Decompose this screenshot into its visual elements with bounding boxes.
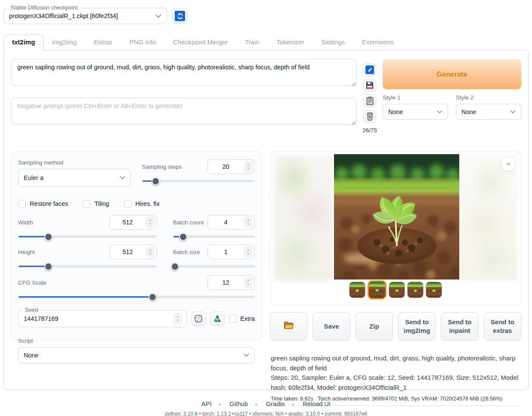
send-to-img2img-button[interactable]: Send to img2img: [398, 312, 436, 341]
checkpoint-value: protogenX34OfficialR_1.ckpt [60fe2f34]: [9, 12, 155, 19]
slider-thumb[interactable]: [171, 262, 179, 270]
tab-extensions[interactable]: Extensions: [353, 34, 402, 50]
send-to-inpaint-button[interactable]: Send to inpaint: [441, 312, 478, 341]
tab-img2img[interactable]: img2img: [43, 34, 85, 50]
stepper-arrows[interactable]: ˄˅: [145, 246, 155, 258]
tab-extras[interactable]: Extras: [85, 34, 121, 50]
cfg-scale-input[interactable]: 12˄˅: [207, 275, 255, 290]
thumbnail-1[interactable]: [349, 282, 365, 298]
save-button[interactable]: Save: [312, 312, 350, 341]
sprout-icon: [412, 288, 418, 292]
batch-count-input[interactable]: 4˄˅: [207, 215, 255, 230]
refresh-icon: [175, 11, 185, 21]
prompt-input[interactable]: green sapling rowing out of ground, mud,…: [11, 59, 357, 86]
negative-prompt-input[interactable]: [11, 98, 357, 124]
gallery-peek-next: [459, 155, 517, 281]
random-seed-button[interactable]: [191, 311, 206, 326]
style1-dropdown[interactable]: None: [383, 104, 448, 120]
thumbnail-3[interactable]: [389, 282, 405, 298]
stepper-arrows[interactable]: ˄˅: [145, 217, 155, 228]
generation-info-params: Steps: 20, Sampler: Euler a, CFG scale: …: [271, 373, 520, 392]
stepper-arrows[interactable]: ˄˅: [244, 161, 253, 172]
footer-versions: python: 3.10.6 • torch: 1.13.1+cu117 • x…: [0, 411, 532, 416]
tab-train[interactable]: Train: [236, 34, 268, 50]
extra-seed-checkbox[interactable]: Extra: [229, 315, 255, 323]
seed-input[interactable]: Seed 1441787169 ˄˅: [18, 310, 187, 327]
stepper-arrows[interactable]: ˄˅: [244, 246, 253, 258]
paste-generation-params-button[interactable]: [363, 63, 376, 76]
footer-link-gradio[interactable]: Gradio: [262, 400, 289, 407]
batch-size-input[interactable]: 1˄˅: [207, 245, 255, 259]
sampling-method-value: Euler a: [24, 174, 43, 181]
cfg-scale-slider[interactable]: [18, 296, 255, 298]
batch-count-slider[interactable]: [173, 236, 255, 238]
sampling-steps-slider[interactable]: [142, 180, 255, 182]
stepper-arrows[interactable]: ˄˅: [244, 217, 253, 228]
batch-size-slider[interactable]: [173, 265, 255, 267]
arrow-down-left-icon: [365, 65, 374, 74]
stepper-arrows[interactable]: ˄˅: [244, 277, 253, 288]
refresh-checkpoints-button[interactable]: [172, 8, 188, 24]
generate-button[interactable]: Generate: [383, 59, 521, 89]
slider-thumb[interactable]: [44, 262, 53, 270]
trash-icon: [366, 112, 374, 121]
batch-count-label: Batch count: [173, 219, 207, 226]
generated-image[interactable]: [334, 154, 459, 279]
sampling-steps-input[interactable]: 20 ˄˅: [207, 159, 255, 174]
open-folder-button[interactable]: [270, 312, 307, 341]
restore-faces-checkbox[interactable]: Restore faces: [18, 200, 68, 208]
dice-icon: [194, 314, 203, 323]
width-slider[interactable]: [18, 236, 157, 238]
footer-link-github[interactable]: Github: [226, 400, 252, 407]
clear-prompt-button[interactable]: [363, 110, 376, 123]
generation-info: green sapling rowing out of ground, mud,…: [270, 354, 521, 406]
clipboard-icon: [366, 96, 374, 105]
save-style-button[interactable]: [363, 79, 376, 92]
slider-thumb[interactable]: [148, 293, 157, 301]
thumbnail-2-selected[interactable]: [368, 280, 387, 299]
footer-link-api[interactable]: API: [198, 400, 215, 407]
sampling-method-label: Sampling method: [18, 159, 131, 166]
dot-separator: •: [289, 402, 297, 407]
apply-style-button[interactable]: [363, 94, 376, 107]
height-input[interactable]: 512˄˅: [109, 245, 157, 259]
tiling-checkbox[interactable]: Tiling: [83, 200, 109, 208]
tab-txt2img[interactable]: txt2img: [3, 34, 43, 50]
slider-thumb[interactable]: [179, 233, 187, 241]
sprout-icon: [374, 288, 380, 292]
style2-dropdown[interactable]: None: [456, 104, 521, 120]
script-label: Script: [18, 338, 255, 344]
script-dropdown[interactable]: None: [18, 347, 255, 363]
seed-label: Seed: [23, 307, 40, 313]
close-gallery-button[interactable]: ×: [502, 158, 515, 171]
checkpoint-label: Stable Diffusion checkpoint: [8, 4, 80, 11]
tab-bar: txt2img img2img Extras PNG Info Checkpoi…: [3, 34, 532, 50]
output-gallery: ×: [270, 151, 521, 305]
tab-png-info[interactable]: PNG Info: [121, 34, 165, 50]
height-label: Height: [18, 249, 109, 255]
footer-link-reload-ui[interactable]: Reload UI: [299, 400, 334, 407]
stepper-arrows[interactable]: ˄˅: [173, 313, 182, 324]
tab-checkpoint-merger[interactable]: Checkpoint Merger: [164, 34, 236, 50]
sampling-steps-label: Sampling steps: [142, 164, 207, 170]
hires-fix-checkbox[interactable]: Hires. fix: [124, 200, 160, 208]
style2-label: Style 2: [456, 94, 521, 101]
zip-button[interactable]: Zip: [356, 312, 393, 341]
token-counter: 26/75: [362, 127, 377, 133]
send-to-extras-button[interactable]: Send to extras: [484, 312, 521, 341]
reuse-seed-button[interactable]: [210, 311, 225, 326]
dot-separator: •: [215, 402, 224, 407]
generation-info-prompt: green sapling rowing out of ground, mud,…: [271, 354, 520, 373]
sampling-method-dropdown[interactable]: Euler a: [18, 169, 131, 187]
tab-settings[interactable]: Settings: [313, 34, 353, 50]
tab-tokenizer[interactable]: Tokenizer: [268, 34, 313, 50]
slider-thumb[interactable]: [152, 177, 160, 185]
thumbnail-4[interactable]: [407, 282, 424, 298]
chevron-down-icon: [120, 176, 125, 180]
height-slider[interactable]: [18, 265, 157, 267]
checkpoint-dropdown[interactable]: Stable Diffusion checkpoint protogenX34O…: [3, 8, 167, 24]
recycle-icon: [213, 314, 222, 323]
width-input[interactable]: 512˄˅: [109, 215, 157, 230]
thumbnail-5[interactable]: [426, 282, 442, 298]
slider-thumb[interactable]: [44, 233, 53, 241]
